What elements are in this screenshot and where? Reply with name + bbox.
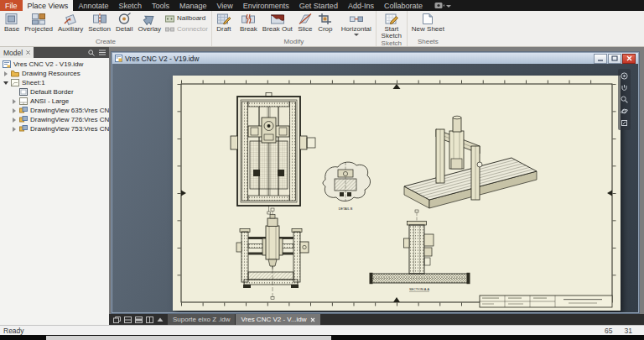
ribbon-group-sketch: Start Sketch Sketch — [376, 11, 407, 46]
restore-button[interactable] — [608, 54, 621, 64]
overlay-view-button[interactable]: Overlay — [135, 11, 164, 38]
navigation-bar — [618, 69, 631, 130]
close-icon[interactable] — [310, 317, 315, 322]
ribbon-group-create: Base Projected Auxiliary Section Detail — [0, 11, 211, 46]
minimize-button[interactable] — [594, 54, 607, 64]
break-button[interactable]: Break — [237, 11, 260, 38]
new-sheet-button[interactable]: New Sheet — [409, 11, 447, 38]
tab-add-ins[interactable]: Add-Ins — [343, 0, 379, 11]
zoom-icon[interactable] — [621, 96, 628, 103]
tree-item-drawingview-753[interactable]: DrawingView 753:Vres CNC V2 - V19.iam — [0, 124, 109, 133]
horizontal-icon — [349, 13, 364, 25]
base-view-button[interactable]: Base — [2, 11, 22, 38]
tree-item-sheet1[interactable]: Sheet:1 — [0, 78, 109, 87]
menu-icon[interactable] — [99, 50, 106, 55]
doc-tab-suporte[interactable]: Suporte eixo Z .idw — [168, 314, 235, 325]
section-label: SECTION A-A — [409, 288, 430, 291]
drawing-view-top[interactable] — [231, 93, 315, 215]
crop-icon — [318, 13, 333, 25]
expand-arrow-icon[interactable] — [11, 108, 17, 113]
start-sketch-button[interactable]: Start Sketch — [378, 11, 405, 39]
collapse-arrow-icon[interactable] — [3, 81, 8, 85]
horizontal-button[interactable]: Horizontal — [339, 11, 374, 38]
section-view-button[interactable]: Section — [86, 11, 113, 38]
connector-button[interactable]: Connector — [165, 24, 208, 34]
tree-item-ansi-large[interactable]: ANSI - Large — [0, 97, 109, 106]
ribbon-tab-bar: File Place Views Annotate Sketch Tools M… — [0, 0, 644, 11]
drawing-canvas[interactable]: DETAIL B — [112, 64, 638, 312]
draft-icon — [216, 13, 231, 25]
drawing-view-detail[interactable]: DETAIL B — [323, 162, 371, 211]
drawing-sheet[interactable]: DETAIL B — [173, 76, 621, 311]
expand-arrow-icon[interactable] — [11, 118, 17, 123]
projected-view-icon — [31, 13, 46, 25]
collapse-tabs-icon[interactable] — [157, 317, 164, 322]
tab-tools[interactable]: Tools — [147, 0, 174, 11]
screencast-icon[interactable] — [434, 0, 451, 11]
break-out-button[interactable]: Break Out — [260, 11, 295, 38]
break-icon — [241, 13, 256, 25]
drawing-view-front[interactable] — [236, 208, 309, 300]
tree-item-default-border[interactable]: Default Border — [0, 87, 109, 97]
new-sheet-icon — [420, 13, 435, 25]
mdi-area: Vres CNC V2 - V19.idw — [109, 47, 644, 325]
sheet-icon — [11, 79, 19, 86]
model-browser-panel: Model Vres CNC V2 - V19.idw Drawing Reso… — [0, 47, 110, 325]
pan-icon[interactable] — [621, 84, 628, 92]
window-tile-horizontal-icon[interactable] — [124, 316, 132, 323]
tree-item-drawingview-726[interactable]: DrawingView 726:Vres CNC V2 - V19.iam — [0, 115, 109, 124]
tree-item-drawing-resources[interactable]: Drawing Resources — [0, 69, 109, 78]
idw-document-icon — [3, 60, 11, 68]
window-cascade-icon[interactable] — [113, 316, 121, 323]
document-title: Vres CNC V2 - V19.idw — [125, 55, 200, 63]
close-button[interactable] — [622, 54, 636, 64]
group-label-modify: Modify — [214, 38, 374, 46]
search-icon[interactable] — [88, 50, 95, 56]
tab-collaborate[interactable]: Collaborate — [379, 0, 428, 11]
tab-sketch[interactable]: Sketch — [113, 0, 147, 11]
tab-view[interactable]: View — [211, 0, 237, 11]
drawing-view-iso[interactable] — [404, 116, 537, 208]
tab-manage[interactable]: Manage — [174, 0, 212, 11]
tab-environments[interactable]: Environments — [238, 0, 294, 11]
expand-arrow-icon[interactable] — [3, 71, 8, 76]
document-titlebar[interactable]: Vres CNC V2 - V19.idw — [112, 53, 638, 64]
status-bar: Ready 65 31 — [0, 325, 644, 335]
slice-icon — [298, 13, 313, 25]
expand-arrow-icon[interactable] — [11, 99, 17, 104]
close-icon[interactable] — [26, 50, 30, 55]
drawing-view-section[interactable]: SECTION A-A — [370, 210, 470, 292]
document-window: Vres CNC V2 - V19.idw — [112, 52, 639, 313]
expand-arrow-icon[interactable] — [11, 127, 17, 132]
ribbon: Base Projected Auxiliary Section Detail — [0, 11, 644, 47]
group-label-sheets: Sheets — [409, 38, 447, 46]
navigation-wheel-icon[interactable] — [621, 72, 628, 80]
browser-tab-model[interactable]: Model — [0, 47, 34, 58]
projected-view-button[interactable]: Projected — [22, 11, 55, 38]
tab-get-started[interactable]: Get Started — [294, 0, 343, 11]
nailboard-button[interactable]: Nailboard — [165, 13, 208, 23]
inventor-window: File Place Views Annotate Sketch Tools M… — [0, 0, 644, 340]
doc-tab-vres-cnc[interactable]: Vres CNC V2 - V...idw — [236, 314, 319, 325]
drawing-view-icon — [19, 116, 28, 123]
slice-button[interactable]: Slice — [295, 11, 315, 38]
orbit-icon[interactable] — [621, 107, 628, 115]
ribbon-group-sheets: New Sheet Sheets — [407, 11, 449, 46]
create-extra-stack: Nailboard Connector — [164, 11, 210, 38]
window-columns-icon[interactable] — [146, 316, 153, 323]
taskbar-window-button[interactable] — [46, 336, 331, 340]
tree-item-root-idw[interactable]: Vres CNC V2 - V19.idw — [0, 60, 109, 69]
tree-item-drawingview-635[interactable]: DrawingView 635:Vres CNC V2 - V19.iam — [0, 106, 109, 115]
crop-button[interactable]: Crop — [315, 11, 335, 38]
draft-button[interactable]: Draft — [214, 11, 234, 38]
look-at-icon[interactable] — [621, 119, 628, 127]
tab-annotate[interactable]: Annotate — [73, 0, 113, 11]
window-tile-vertical-icon[interactable] — [135, 316, 143, 323]
section-view-icon — [92, 13, 107, 25]
drawing-view-icon — [19, 125, 28, 133]
tab-place-views[interactable]: Place Views — [23, 0, 74, 11]
break-out-icon — [270, 13, 285, 25]
detail-view-button[interactable]: Detail — [113, 11, 135, 38]
tab-file[interactable]: File — [0, 0, 23, 11]
auxiliary-view-button[interactable]: Auxiliary — [55, 11, 86, 38]
